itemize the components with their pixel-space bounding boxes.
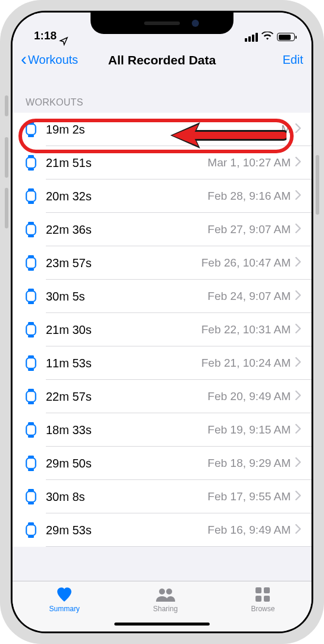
workout-date: Feb 19, 9:15 AM <box>208 423 295 436</box>
workout-date: Feb 17, 9:55 AM <box>208 490 295 503</box>
workout-duration: 18m 33s <box>39 423 208 437</box>
page-title: All Recorded Data <box>108 53 216 67</box>
workout-duration: 30m 5s <box>39 290 208 304</box>
workout-list: 19m 2s M 21m 51s Mar 1, 10:27 AM <box>13 113 311 547</box>
apple-watch-icon <box>23 422 39 438</box>
table-row[interactable]: 20m 32s Feb 28, 9:16 AM <box>13 179 311 213</box>
battery-icon <box>277 33 295 41</box>
chevron-right-icon <box>295 123 301 135</box>
svg-rect-43 <box>256 596 261 602</box>
workout-duration: 21m 51s <box>39 156 208 170</box>
home-indicator[interactable] <box>114 623 210 626</box>
heart-icon <box>55 586 73 603</box>
svg-rect-2 <box>26 124 36 135</box>
apple-watch-icon <box>23 322 39 338</box>
svg-rect-8 <box>26 191 36 202</box>
chevron-right-icon <box>295 290 301 302</box>
svg-rect-14 <box>26 258 36 268</box>
workout-duration: 20m 32s <box>39 190 208 203</box>
tab-label: Summary <box>49 605 80 613</box>
table-row[interactable]: 21m 30s Feb 22, 10:31 AM <box>13 313 311 346</box>
volume-up-button <box>5 137 8 178</box>
svg-rect-38 <box>26 525 36 535</box>
workout-duration: 22m 36s <box>39 223 208 237</box>
workout-date: Feb 20, 9:49 AM <box>208 390 295 403</box>
tab-label: Sharing <box>153 605 177 613</box>
svg-rect-35 <box>26 491 36 502</box>
svg-rect-41 <box>256 587 261 593</box>
status-time: 1:18 <box>34 29 57 42</box>
apple-watch-icon <box>23 188 39 204</box>
svg-rect-5 <box>26 157 36 168</box>
workout-duration: 19m 2s <box>39 123 281 137</box>
volume-down-button <box>5 188 8 228</box>
chevron-right-icon <box>295 324 301 336</box>
table-row[interactable]: 23m 57s Feb 26, 10:47 AM <box>13 246 311 280</box>
workout-date: Feb 26, 10:47 AM <box>201 256 295 270</box>
table-row[interactable]: 22m 57s Feb 20, 9:49 AM <box>13 380 311 413</box>
apple-watch-icon <box>23 222 39 237</box>
tab-browse[interactable]: Browse <box>251 586 275 631</box>
workout-date: Feb 21, 10:24 AM <box>201 357 295 370</box>
table-row[interactable]: 30m 8s Feb 17, 9:55 AM <box>13 480 311 513</box>
edit-button[interactable]: Edit <box>283 53 303 67</box>
workout-date: Feb 28, 9:16 AM <box>208 190 295 203</box>
workout-date: Feb 16, 9:49 AM <box>208 524 295 537</box>
workout-duration: 22m 57s <box>39 390 208 404</box>
apple-watch-icon <box>23 389 39 404</box>
table-row[interactable]: 29m 50s Feb 18, 9:29 AM <box>13 447 311 480</box>
svg-rect-11 <box>26 224 36 235</box>
svg-rect-44 <box>264 596 270 602</box>
front-camera <box>192 20 199 27</box>
silent-switch <box>5 95 8 116</box>
grid-icon <box>255 586 270 603</box>
svg-point-40 <box>166 589 172 595</box>
apple-watch-icon <box>23 355 39 371</box>
chevron-right-icon <box>295 257 301 269</box>
workout-date: Mar 1, 10:27 AM <box>208 156 295 169</box>
svg-rect-29 <box>26 425 36 435</box>
svg-rect-17 <box>26 291 36 302</box>
tab-label: Browse <box>251 605 275 613</box>
svg-rect-42 <box>264 587 270 593</box>
chevron-right-icon <box>295 190 301 202</box>
device-frame: 1:18 <box>0 0 324 644</box>
workout-duration: 29m 53s <box>39 524 208 537</box>
power-button <box>316 155 319 215</box>
workout-duration: 23m 57s <box>39 256 201 270</box>
workout-duration: 30m 8s <box>39 490 208 504</box>
workout-duration: 21m 30s <box>39 323 201 337</box>
chevron-right-icon <box>295 491 301 503</box>
back-button[interactable]: ‹ Workouts <box>21 53 78 67</box>
table-row[interactable]: 30m 5s Feb 24, 9:07 AM <box>13 280 311 313</box>
chevron-right-icon <box>295 391 301 402</box>
chevron-right-icon <box>295 524 301 536</box>
apple-watch-icon <box>23 155 39 171</box>
content-area[interactable]: WORKOUTS 19m 2s M 21m 51s Mar 1, 10:27 A… <box>13 76 311 581</box>
svg-point-39 <box>159 589 165 595</box>
table-row[interactable]: 18m 33s Feb 19, 9:15 AM <box>13 413 311 447</box>
table-row[interactable]: 21m 51s Mar 1, 10:27 AM <box>13 146 311 179</box>
people-icon <box>155 586 176 603</box>
workout-date: Feb 18, 9:29 AM <box>208 457 295 470</box>
workout-date: M <box>281 123 295 136</box>
svg-rect-32 <box>26 458 36 469</box>
workout-duration: 29m 50s <box>39 457 208 470</box>
svg-rect-23 <box>26 358 36 369</box>
table-row[interactable]: 19m 2s M <box>13 113 311 146</box>
back-label: Workouts <box>28 53 78 67</box>
apple-watch-icon <box>23 255 39 271</box>
workout-date: Feb 24, 9:07 AM <box>208 290 295 303</box>
chevron-right-icon <box>295 424 301 436</box>
apple-watch-icon <box>23 289 39 304</box>
table-row[interactable]: 29m 53s Feb 16, 9:49 AM <box>13 513 311 547</box>
nav-bar: ‹ Workouts All Recorded Data Edit <box>13 45 311 76</box>
table-row[interactable]: 11m 53s Feb 21, 10:24 AM <box>13 346 311 380</box>
apple-watch-icon <box>23 122 39 137</box>
section-header: WORKOUTS <box>13 76 311 113</box>
apple-watch-icon <box>23 456 39 471</box>
wifi-icon <box>261 32 273 42</box>
tab-summary[interactable]: Summary <box>49 586 80 631</box>
cellular-signal-icon <box>245 33 258 42</box>
table-row[interactable]: 22m 36s Feb 27, 9:07 AM <box>13 213 311 246</box>
